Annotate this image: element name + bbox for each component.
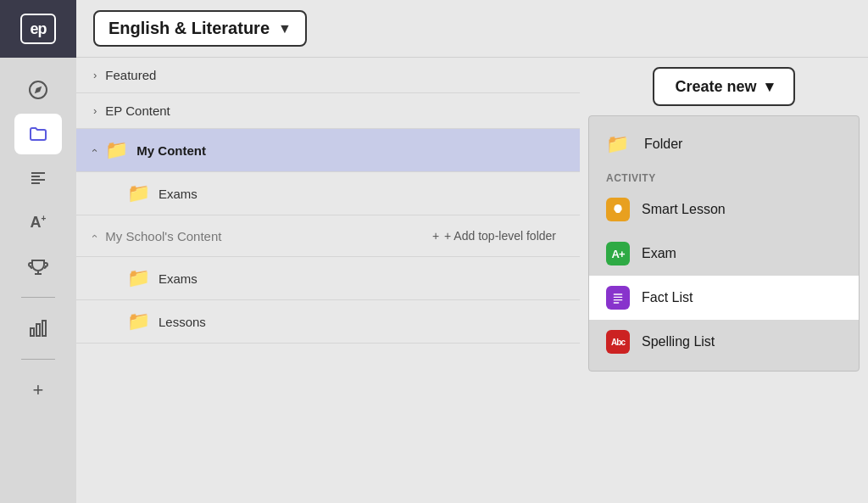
- tree-item-ep-content[interactable]: › EP Content: [76, 93, 580, 129]
- add-folder-button[interactable]: + + Add top-level folder: [426, 226, 563, 246]
- create-exam-item[interactable]: A+ Exam: [589, 232, 859, 276]
- create-dropdown-menu: 📁 Folder ACTIVITY Smart Lesson A: [588, 115, 860, 372]
- arrow-icon: ‹: [89, 148, 102, 152]
- spelling-list-icon: Abc: [606, 330, 630, 354]
- create-new-button[interactable]: Create new ▾: [653, 67, 794, 106]
- add-folder-icon: +: [432, 229, 439, 243]
- tree-item-label: EP Content: [105, 103, 170, 118]
- arrow-icon: ›: [93, 69, 97, 81]
- tree-item-exams-my[interactable]: 📁 Exams: [76, 172, 580, 215]
- tree-item-label: My Content: [136, 143, 206, 158]
- svg-rect-11: [614, 299, 623, 300]
- tree-item-school-content[interactable]: ‹ My School's Content + + Add top-level …: [76, 215, 580, 257]
- create-spelling-list-item[interactable]: Abc Spelling List: [589, 320, 859, 364]
- chart-icon: [28, 318, 48, 338]
- svg-rect-8: [42, 321, 46, 336]
- folder-icon: 📁: [127, 182, 150, 204]
- smart-lesson-icon: [606, 198, 630, 221]
- tree-item-my-content[interactable]: ‹ 📁 My Content: [76, 129, 580, 172]
- create-new-button-container: Create new ▾: [580, 58, 868, 115]
- svg-marker-1: [35, 87, 42, 93]
- svg-rect-10: [614, 297, 623, 298]
- create-smart-lesson-item[interactable]: Smart Lesson: [589, 187, 859, 232]
- folder-icon: 📁: [127, 267, 150, 289]
- create-smart-lesson-label: Smart Lesson: [642, 202, 726, 217]
- file-tree-panel: › Featured › EP Content ‹ 📁 My Content 📁…: [76, 58, 580, 503]
- create-menu-panel: Create new ▾ 📁 Folder ACTIVITY: [580, 58, 868, 503]
- create-spelling-list-label: Spelling List: [642, 334, 715, 349]
- create-folder-item[interactable]: 📁 Folder: [589, 123, 859, 165]
- tree-item-label: Featured: [105, 68, 156, 82]
- svg-rect-7: [36, 324, 40, 336]
- svg-rect-6: [31, 328, 34, 336]
- tree-item-label: Exams: [159, 271, 198, 286]
- folder-icon: 📁: [105, 139, 128, 161]
- tree-item-featured[interactable]: › Featured: [76, 58, 580, 93]
- tree-item-label: My School's Content: [105, 229, 221, 243]
- sidebar-item-font[interactable]: A+: [14, 202, 62, 243]
- create-new-label: Create new: [675, 78, 756, 96]
- list-svg: [611, 291, 625, 305]
- add-folder-label: + Add top-level folder: [444, 229, 556, 243]
- sidebar-item-trophy[interactable]: [14, 246, 62, 287]
- tree-item-label: Exams: [159, 187, 198, 201]
- subject-chevron-icon: ▼: [278, 21, 292, 36]
- sidebar-item-chart[interactable]: [14, 308, 62, 349]
- ep-logo-text: ep: [20, 14, 56, 44]
- arrow-icon: ›: [93, 104, 97, 117]
- tree-item-lessons-school[interactable]: 📁 Lessons: [76, 300, 580, 344]
- svg-rect-12: [614, 302, 620, 303]
- sidebar-divider-2: [21, 359, 55, 360]
- trophy-icon: [28, 256, 48, 277]
- sidebar-item-folder[interactable]: [14, 114, 62, 154]
- subject-label: English & Literature: [108, 19, 270, 38]
- exam-icon: A+: [606, 242, 630, 265]
- tree-item-exams-school[interactable]: 📁 Exams: [76, 257, 580, 300]
- tree-item-label: Lessons: [159, 315, 206, 329]
- folder-icon: 📁: [127, 310, 150, 333]
- fact-list-icon: [606, 286, 630, 310]
- sidebar: ep A+: [0, 0, 76, 503]
- compass-icon: [28, 80, 48, 100]
- folder-icon: 📁: [606, 133, 629, 155]
- sidebar-item-compass[interactable]: [14, 70, 62, 110]
- bulb-svg: [611, 203, 625, 216]
- folder-icon: [28, 124, 48, 144]
- create-fact-list-label: Fact List: [642, 290, 693, 305]
- sidebar-divider: [21, 297, 55, 298]
- subject-dropdown-button[interactable]: English & Literature ▼: [93, 10, 307, 47]
- activity-section-label: ACTIVITY: [589, 165, 859, 187]
- sidebar-item-list[interactable]: [14, 158, 62, 198]
- create-exam-label: Exam: [642, 246, 676, 261]
- create-folder-label: Folder: [644, 137, 682, 152]
- arrow-icon: ‹: [89, 234, 102, 238]
- svg-rect-9: [614, 293, 623, 294]
- content-area: › Featured › EP Content ‹ 📁 My Content 📁…: [76, 58, 868, 503]
- top-header: English & Literature ▼: [76, 0, 868, 58]
- create-new-chevron-icon: ▾: [765, 77, 773, 96]
- app-logo: ep: [0, 0, 76, 58]
- font-icon: A+: [31, 214, 47, 232]
- sidebar-add-button[interactable]: +: [14, 370, 62, 411]
- list-icon: [28, 168, 48, 188]
- sidebar-nav: A+ +: [0, 58, 76, 411]
- create-fact-list-item[interactable]: Fact List: [589, 276, 859, 320]
- main-content: English & Literature ▼ › Featured › EP C…: [76, 0, 868, 503]
